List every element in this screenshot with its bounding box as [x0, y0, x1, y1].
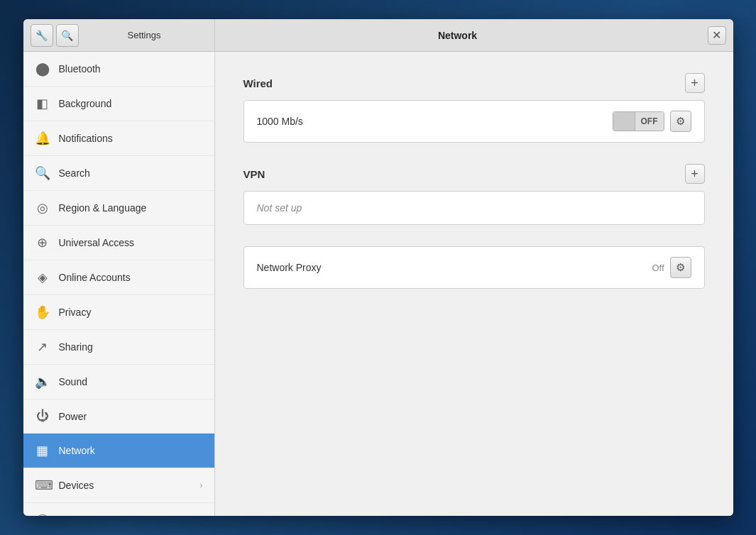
- magnifier-icon: 🔍: [61, 30, 73, 41]
- online-accounts-icon: ◈: [35, 270, 50, 285]
- wrench-button[interactable]: 🔧: [31, 24, 53, 47]
- close-button[interactable]: ✕: [708, 26, 726, 45]
- settings-window: 🔧 🔍 Settings Network ✕ ⬤ Bluetooth ◧ Bac…: [23, 19, 733, 516]
- sidebar-title: Settings: [82, 30, 207, 40]
- titlebar-right: ✕: [701, 26, 733, 45]
- power-icon: ⏻: [35, 409, 50, 424]
- wired-speed-label: 1000 Mb/s: [257, 116, 303, 127]
- sidebar-item-details[interactable]: ⓘ Details ›: [23, 503, 214, 516]
- vpn-section-header: VPN +: [243, 164, 705, 184]
- wired-toggle-label: OFF: [635, 112, 664, 131]
- sidebar-item-network[interactable]: ▦ Network: [23, 434, 214, 468]
- sidebar-label-online-accounts: Online Accounts: [59, 272, 203, 283]
- notifications-icon: 🔔: [35, 131, 50, 146]
- titlebar-left: 🔧 🔍 Settings: [23, 19, 215, 51]
- wired-add-button[interactable]: +: [685, 73, 705, 93]
- sidebar-item-search[interactable]: 🔍 Search: [23, 156, 214, 191]
- sidebar-item-power[interactable]: ⏻ Power: [23, 399, 214, 434]
- vpn-add-button[interactable]: +: [685, 164, 705, 184]
- bluetooth-icon: ⬤: [35, 61, 50, 77]
- sidebar-label-bluetooth: Bluetooth: [59, 63, 203, 75]
- proxy-gear-icon: ⚙: [676, 261, 685, 274]
- sidebar-item-devices[interactable]: ⌨ Devices ›: [23, 468, 214, 503]
- sharing-icon: ↗: [35, 339, 50, 355]
- sidebar-label-power: Power: [59, 411, 203, 422]
- sidebar-label-devices: Devices: [59, 480, 192, 491]
- sidebar-item-online-accounts[interactable]: ◈ Online Accounts: [23, 260, 214, 295]
- vpn-section-title: VPN: [243, 168, 265, 180]
- sidebar-label-privacy: Privacy: [59, 307, 203, 318]
- sidebar-label-details: Details: [59, 515, 192, 516]
- sidebar: ⬤ Bluetooth ◧ Background 🔔 Notifications…: [23, 52, 215, 516]
- wired-gear-button[interactable]: ⚙: [670, 111, 691, 132]
- sidebar-item-sound[interactable]: 🔈 Sound: [23, 365, 214, 399]
- wired-section-title: Wired: [243, 77, 273, 89]
- proxy-label: Network Proxy: [257, 262, 322, 273]
- proxy-section: Network Proxy Off ⚙: [243, 246, 705, 289]
- proxy-gear-button[interactable]: ⚙: [670, 257, 691, 278]
- wrench-icon: 🔧: [35, 30, 48, 41]
- wired-section-header: Wired +: [243, 73, 705, 93]
- sidebar-item-notifications[interactable]: 🔔 Notifications: [23, 121, 214, 156]
- details-icon: ⓘ: [35, 512, 50, 516]
- sidebar-item-privacy[interactable]: ✋ Privacy: [23, 295, 214, 330]
- sidebar-label-background: Background: [59, 98, 203, 109]
- sidebar-label-search: Search: [59, 167, 203, 179]
- sidebar-label-sharing: Sharing: [59, 341, 203, 353]
- sidebar-label-notifications: Notifications: [59, 133, 203, 144]
- sidebar-item-background[interactable]: ◧ Background: [23, 87, 214, 121]
- wired-controls: OFF ⚙: [613, 111, 691, 132]
- devices-chevron-icon: ›: [200, 480, 203, 490]
- wired-toggle[interactable]: OFF: [613, 111, 664, 131]
- window-title: Network: [215, 30, 701, 41]
- search-icon: 🔍: [35, 165, 50, 181]
- region-icon: ◎: [35, 200, 50, 216]
- sidebar-item-universal-access[interactable]: ⊕ Universal Access: [23, 226, 214, 260]
- sidebar-label-sound: Sound: [59, 376, 203, 387]
- devices-icon: ⌨: [35, 478, 50, 493]
- vpn-section: VPN + Not set up: [243, 164, 705, 225]
- wired-toggle-track: [613, 112, 635, 131]
- proxy-state-label: Off: [652, 263, 664, 273]
- wired-gear-icon: ⚙: [676, 115, 685, 128]
- sidebar-item-bluetooth[interactable]: ⬤ Bluetooth: [23, 52, 214, 87]
- vpn-not-set-up-label: Not set up: [257, 202, 302, 214]
- sidebar-item-region-language[interactable]: ◎ Region & Language: [23, 191, 214, 226]
- content-area: ⬤ Bluetooth ◧ Background 🔔 Notifications…: [23, 52, 733, 516]
- privacy-icon: ✋: [35, 304, 50, 320]
- network-icon: ▦: [35, 443, 50, 458]
- sidebar-label-region: Region & Language: [59, 202, 203, 214]
- universal-access-icon: ⊕: [35, 235, 50, 250]
- sidebar-label-network: Network: [59, 445, 203, 456]
- main-content: Wired + 1000 Mb/s OFF ⚙: [215, 52, 733, 516]
- wired-section: Wired + 1000 Mb/s OFF ⚙: [243, 73, 705, 143]
- background-icon: ◧: [35, 96, 50, 111]
- search-button[interactable]: 🔍: [56, 24, 79, 47]
- proxy-controls: Off ⚙: [652, 257, 691, 278]
- proxy-card: Network Proxy Off ⚙: [243, 246, 705, 289]
- sidebar-label-universal-access: Universal Access: [59, 237, 203, 248]
- titlebar: 🔧 🔍 Settings Network ✕: [23, 19, 733, 52]
- sidebar-item-sharing[interactable]: ↗ Sharing: [23, 330, 214, 365]
- wired-card: 1000 Mb/s OFF ⚙: [243, 100, 705, 143]
- sound-icon: 🔈: [35, 374, 50, 390]
- vpn-card: Not set up: [243, 191, 705, 225]
